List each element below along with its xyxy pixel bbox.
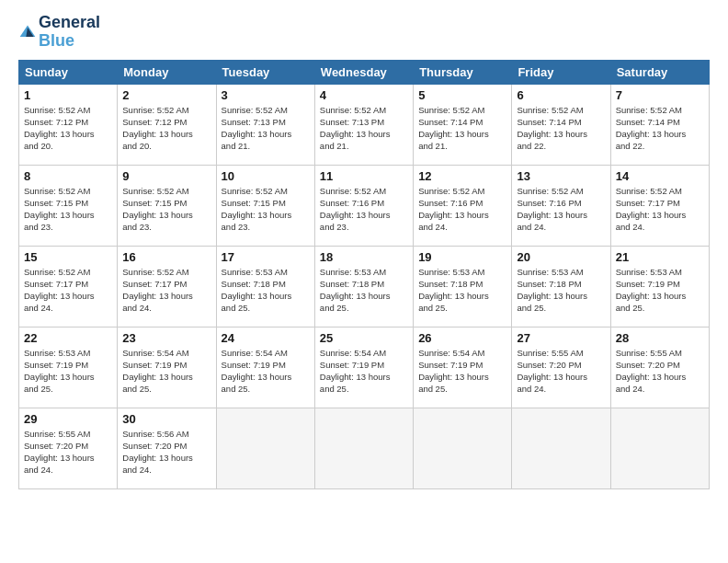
day-cell-26: 26Sunrise: 5:54 AMSunset: 7:19 PMDayligh… (414, 327, 512, 408)
day-info: Sunrise: 5:54 AMSunset: 7:19 PMDaylight:… (222, 347, 310, 396)
day-number: 1 (24, 88, 112, 102)
day-cell-11: 11Sunrise: 5:52 AMSunset: 7:16 PMDayligh… (314, 165, 413, 246)
day-number: 14 (616, 169, 704, 183)
day-info: Sunrise: 5:52 AMSunset: 7:13 PMDaylight:… (222, 104, 310, 153)
calendar-header-row: SundayMondayTuesdayWednesdayThursdayFrid… (19, 60, 710, 84)
day-info: Sunrise: 5:52 AMSunset: 7:16 PMDaylight:… (320, 185, 408, 234)
day-info: Sunrise: 5:53 AMSunset: 7:18 PMDaylight:… (418, 266, 506, 315)
header: General Blue (18, 14, 710, 51)
day-info: Sunrise: 5:52 AMSunset: 7:16 PMDaylight:… (517, 185, 605, 234)
day-number: 17 (222, 250, 310, 264)
day-info: Sunrise: 5:54 AMSunset: 7:19 PMDaylight:… (418, 347, 506, 396)
day-header-saturday: Saturday (610, 60, 709, 84)
week-row-1: 8Sunrise: 5:52 AMSunset: 7:15 PMDaylight… (19, 165, 710, 246)
day-cell-22: 22Sunrise: 5:53 AMSunset: 7:19 PMDayligh… (19, 327, 118, 408)
day-info: Sunrise: 5:52 AMSunset: 7:15 PMDaylight:… (24, 185, 112, 234)
day-cell-1: 1Sunrise: 5:52 AMSunset: 7:12 PMDaylight… (19, 84, 118, 165)
day-number: 10 (222, 169, 310, 183)
day-number: 21 (616, 250, 704, 264)
week-row-2: 15Sunrise: 5:52 AMSunset: 7:17 PMDayligh… (19, 246, 710, 327)
day-cell-25: 25Sunrise: 5:54 AMSunset: 7:19 PMDayligh… (314, 327, 413, 408)
day-cell-28: 28Sunrise: 5:55 AMSunset: 7:20 PMDayligh… (610, 327, 709, 408)
week-row-4: 29Sunrise: 5:55 AMSunset: 7:20 PMDayligh… (19, 408, 710, 488)
day-cell-4: 4Sunrise: 5:52 AMSunset: 7:13 PMDaylight… (314, 84, 413, 165)
day-cell-27: 27Sunrise: 5:55 AMSunset: 7:20 PMDayligh… (512, 327, 610, 408)
day-cell-21: 21Sunrise: 5:53 AMSunset: 7:19 PMDayligh… (610, 246, 709, 327)
day-info: Sunrise: 5:53 AMSunset: 7:18 PMDaylight:… (517, 266, 605, 315)
day-cell-23: 23Sunrise: 5:54 AMSunset: 7:19 PMDayligh… (118, 327, 216, 408)
day-cell-24: 24Sunrise: 5:54 AMSunset: 7:19 PMDayligh… (216, 327, 314, 408)
day-header-monday: Monday (118, 60, 216, 84)
day-cell-2: 2Sunrise: 5:52 AMSunset: 7:12 PMDaylight… (118, 84, 216, 165)
day-cell-8: 8Sunrise: 5:52 AMSunset: 7:15 PMDaylight… (19, 165, 118, 246)
empty-cell (414, 408, 512, 488)
day-number: 8 (24, 169, 112, 183)
day-info: Sunrise: 5:52 AMSunset: 7:14 PMDaylight:… (418, 104, 506, 153)
day-info: Sunrise: 5:52 AMSunset: 7:15 PMDaylight:… (222, 185, 310, 234)
day-info: Sunrise: 5:52 AMSunset: 7:17 PMDaylight:… (24, 266, 112, 315)
day-info: Sunrise: 5:55 AMSunset: 7:20 PMDaylight:… (616, 347, 704, 396)
day-header-sunday: Sunday (19, 60, 118, 84)
day-cell-6: 6Sunrise: 5:52 AMSunset: 7:14 PMDaylight… (512, 84, 610, 165)
day-cell-15: 15Sunrise: 5:52 AMSunset: 7:17 PMDayligh… (19, 246, 118, 327)
day-number: 5 (418, 88, 506, 102)
day-info: Sunrise: 5:53 AMSunset: 7:19 PMDaylight:… (24, 347, 112, 396)
day-number: 18 (320, 250, 408, 264)
day-number: 2 (122, 88, 210, 102)
day-cell-7: 7Sunrise: 5:52 AMSunset: 7:14 PMDaylight… (610, 84, 709, 165)
day-info: Sunrise: 5:54 AMSunset: 7:19 PMDaylight:… (122, 347, 210, 396)
calendar: SundayMondayTuesdayWednesdayThursdayFrid… (18, 60, 710, 489)
day-header-wednesday: Wednesday (314, 60, 413, 84)
calendar-body: 1Sunrise: 5:52 AMSunset: 7:12 PMDaylight… (19, 84, 710, 488)
day-info: Sunrise: 5:52 AMSunset: 7:12 PMDaylight:… (24, 104, 112, 153)
day-info: Sunrise: 5:52 AMSunset: 7:17 PMDaylight:… (122, 266, 210, 315)
day-cell-12: 12Sunrise: 5:52 AMSunset: 7:16 PMDayligh… (414, 165, 512, 246)
week-row-0: 1Sunrise: 5:52 AMSunset: 7:12 PMDaylight… (19, 84, 710, 165)
day-number: 16 (122, 250, 210, 264)
empty-cell (216, 408, 314, 488)
day-info: Sunrise: 5:53 AMSunset: 7:18 PMDaylight:… (222, 266, 310, 315)
day-number: 9 (122, 169, 210, 183)
day-info: Sunrise: 5:52 AMSunset: 7:17 PMDaylight:… (616, 185, 704, 234)
day-number: 29 (24, 412, 112, 426)
day-cell-3: 3Sunrise: 5:52 AMSunset: 7:13 PMDaylight… (216, 84, 314, 165)
day-cell-18: 18Sunrise: 5:53 AMSunset: 7:18 PMDayligh… (314, 246, 413, 327)
day-number: 24 (222, 331, 310, 345)
day-number: 6 (517, 88, 605, 102)
page: General Blue SundayMondayTuesdayWednesda… (0, 0, 728, 563)
day-info: Sunrise: 5:52 AMSunset: 7:16 PMDaylight:… (418, 185, 506, 234)
day-number: 4 (320, 88, 408, 102)
day-info: Sunrise: 5:53 AMSunset: 7:18 PMDaylight:… (320, 266, 408, 315)
day-number: 23 (122, 331, 210, 345)
day-info: Sunrise: 5:52 AMSunset: 7:14 PMDaylight:… (616, 104, 704, 153)
day-info: Sunrise: 5:55 AMSunset: 7:20 PMDaylight:… (517, 347, 605, 396)
empty-cell (512, 408, 610, 488)
day-info: Sunrise: 5:55 AMSunset: 7:20 PMDaylight:… (24, 428, 112, 477)
logo-icon (18, 23, 37, 41)
day-cell-5: 5Sunrise: 5:52 AMSunset: 7:14 PMDaylight… (414, 84, 512, 165)
empty-cell (610, 408, 709, 488)
day-info: Sunrise: 5:52 AMSunset: 7:12 PMDaylight:… (122, 104, 210, 153)
day-info: Sunrise: 5:56 AMSunset: 7:20 PMDaylight:… (122, 428, 210, 477)
day-cell-14: 14Sunrise: 5:52 AMSunset: 7:17 PMDayligh… (610, 165, 709, 246)
day-info: Sunrise: 5:52 AMSunset: 7:14 PMDaylight:… (517, 104, 605, 153)
day-number: 13 (517, 169, 605, 183)
day-number: 22 (24, 331, 112, 345)
day-number: 3 (222, 88, 310, 102)
day-cell-19: 19Sunrise: 5:53 AMSunset: 7:18 PMDayligh… (414, 246, 512, 327)
logo: General Blue (18, 14, 100, 51)
day-number: 11 (320, 169, 408, 183)
empty-cell (314, 408, 413, 488)
week-row-3: 22Sunrise: 5:53 AMSunset: 7:19 PMDayligh… (19, 327, 710, 408)
day-cell-17: 17Sunrise: 5:53 AMSunset: 7:18 PMDayligh… (216, 246, 314, 327)
day-cell-29: 29Sunrise: 5:55 AMSunset: 7:20 PMDayligh… (19, 408, 118, 488)
day-cell-20: 20Sunrise: 5:53 AMSunset: 7:18 PMDayligh… (512, 246, 610, 327)
day-info: Sunrise: 5:53 AMSunset: 7:19 PMDaylight:… (616, 266, 704, 315)
day-cell-9: 9Sunrise: 5:52 AMSunset: 7:15 PMDaylight… (118, 165, 216, 246)
day-number: 15 (24, 250, 112, 264)
day-number: 25 (320, 331, 408, 345)
day-header-tuesday: Tuesday (216, 60, 314, 84)
day-number: 27 (517, 331, 605, 345)
day-number: 12 (418, 169, 506, 183)
day-header-thursday: Thursday (414, 60, 512, 84)
